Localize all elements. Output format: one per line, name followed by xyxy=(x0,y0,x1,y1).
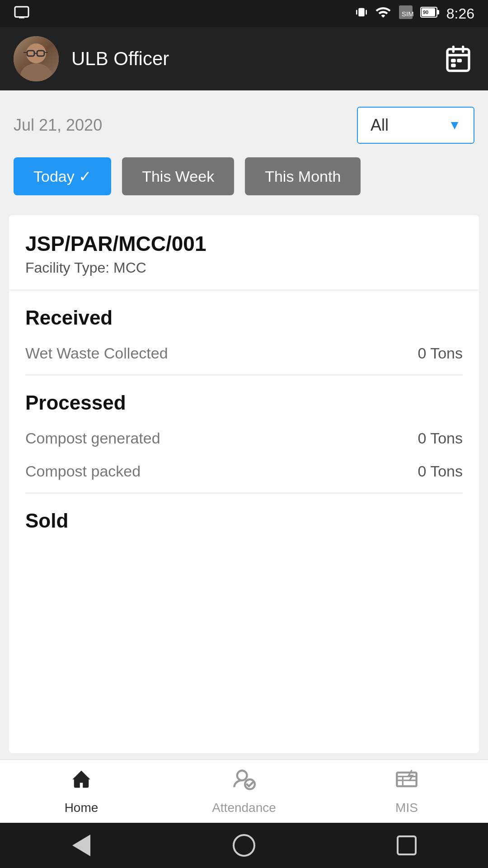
svg-point-25 xyxy=(237,771,247,781)
recents-icon xyxy=(397,835,417,855)
facility-type: Facility Type: MCC xyxy=(25,259,463,276)
svg-text:SIM: SIM xyxy=(402,10,414,18)
received-title: Received xyxy=(25,307,463,329)
svg-rect-0 xyxy=(15,7,28,17)
svg-rect-2 xyxy=(358,8,364,16)
svg-rect-24 xyxy=(451,64,456,67)
wifi-icon xyxy=(375,4,391,24)
date-label: Jul 21, 2020 xyxy=(14,116,343,135)
processed-title: Processed xyxy=(25,392,463,414)
app-header: ULB Officer xyxy=(0,27,488,90)
nav-label-attendance: Attendance xyxy=(212,801,276,815)
card-header: JSP/PAR/MCC/001 Facility Type: MCC xyxy=(9,215,479,290)
facility-type-label: Facility Type: xyxy=(25,259,109,276)
processed-section: Processed Compost generated 0 Tons Compo… xyxy=(9,375,479,493)
filter-dropdown[interactable]: All ▼ xyxy=(357,107,474,144)
chevron-down-icon: ▼ xyxy=(448,118,461,132)
svg-rect-4 xyxy=(366,9,367,14)
home-system-icon xyxy=(233,834,255,857)
nav-item-mis[interactable]: MIS xyxy=(325,760,488,823)
home-button[interactable] xyxy=(230,832,258,859)
compost-packed-value: 0 Tons xyxy=(418,462,463,480)
svg-rect-23 xyxy=(457,59,462,62)
signal-icon: SIM xyxy=(398,4,414,24)
mis-icon xyxy=(395,768,418,796)
status-bar: SIM 90 8:26 xyxy=(0,0,488,27)
nav-label-mis: MIS xyxy=(395,801,418,815)
wet-waste-row: Wet Waste Collected 0 Tons xyxy=(25,340,463,373)
wet-waste-value: 0 Tons xyxy=(418,344,463,362)
wet-waste-label: Wet Waste Collected xyxy=(25,344,168,362)
recents-button[interactable] xyxy=(393,832,420,859)
home-icon xyxy=(70,768,93,796)
facility-id: JSP/PAR/MCC/001 xyxy=(25,231,463,256)
attendance-icon xyxy=(232,768,256,796)
status-icons: SIM 90 8:26 xyxy=(354,4,474,24)
dropdown-selected-value: All xyxy=(371,116,441,135)
system-nav-bar xyxy=(0,823,488,868)
facility-type-value: MCC xyxy=(113,259,146,276)
header-title: ULB Officer xyxy=(71,48,429,70)
this-week-button[interactable]: This Week xyxy=(122,157,234,195)
today-button[interactable]: Today ✓ xyxy=(14,157,111,195)
svg-rect-3 xyxy=(356,9,357,14)
compost-generated-label: Compost generated xyxy=(25,429,160,447)
vibrate-icon xyxy=(354,5,369,23)
compost-generated-value: 0 Tons xyxy=(418,429,463,447)
status-time: 8:26 xyxy=(446,5,474,22)
filter-bar: Jul 21, 2020 All ▼ xyxy=(0,90,488,153)
bottom-nav: Home Attendance MIS xyxy=(0,760,488,823)
sold-section: Sold xyxy=(9,493,479,532)
main-card: JSP/PAR/MCC/001 Facility Type: MCC Recei… xyxy=(9,215,479,753)
svg-text:90: 90 xyxy=(423,9,428,15)
compost-packed-label: Compost packed xyxy=(25,462,141,480)
compost-packed-row: Compost packed 0 Tons xyxy=(25,458,463,491)
avatar xyxy=(14,36,59,81)
svg-rect-27 xyxy=(397,773,416,786)
compost-generated-row: Compost generated 0 Tons xyxy=(25,425,463,458)
svg-rect-22 xyxy=(451,59,456,62)
nav-item-home[interactable]: Home xyxy=(0,760,163,823)
calendar-button[interactable] xyxy=(442,42,474,75)
notification-icon xyxy=(14,4,30,24)
back-button[interactable] xyxy=(68,832,95,859)
this-month-button[interactable]: This Month xyxy=(245,157,361,195)
svg-point-12 xyxy=(20,63,52,81)
period-buttons-bar: Today ✓ This Week This Month xyxy=(0,153,488,209)
nav-label-home: Home xyxy=(65,801,99,815)
battery-icon: 90 xyxy=(420,6,440,22)
received-section: Received Wet Waste Collected 0 Tons xyxy=(9,290,479,375)
nav-item-attendance[interactable]: Attendance xyxy=(163,760,325,823)
sold-title: Sold xyxy=(25,509,463,532)
svg-rect-8 xyxy=(437,10,439,14)
back-icon xyxy=(72,835,90,856)
